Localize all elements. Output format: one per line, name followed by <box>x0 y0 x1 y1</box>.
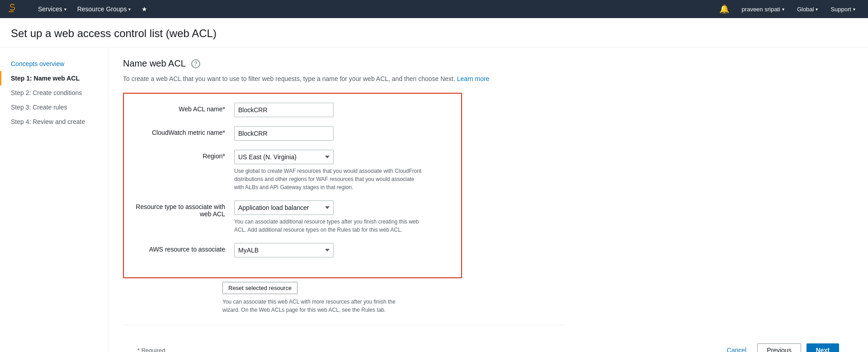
cloudwatch-metric-label: CloudWatch metric name* <box>135 126 234 136</box>
sidebar-item-step1[interactable]: Step 1: Name web ACL <box>0 71 108 86</box>
web-acl-name-label: Web ACL name* <box>135 103 234 113</box>
cloudwatch-metric-field <box>234 126 450 141</box>
form-container: Web ACL name* CloudWatch metric name* Re… <box>123 93 462 278</box>
resource-groups-chevron-icon: ▾ <box>128 7 131 12</box>
required-note: * Required <box>137 347 716 352</box>
resource-type-row: Resource type to associate with web ACL … <box>135 200 450 234</box>
bottom-bar: * Required Cancel Previous Next <box>123 336 854 352</box>
page-title: Set up a web access control list (web AC… <box>0 18 868 48</box>
next-button[interactable]: Next <box>807 343 839 352</box>
region-nav[interactable]: Global ▾ <box>792 0 824 18</box>
resource-type-select[interactable]: Application load balancer API Gateway Cl… <box>234 200 334 215</box>
cloudwatch-metric-row: CloudWatch metric name* <box>135 126 450 141</box>
svg-rect-0 <box>7 4 25 14</box>
sidebar: Concepts overview Step 1: Name web ACL S… <box>0 48 108 352</box>
services-nav[interactable]: Services ▾ <box>33 0 72 18</box>
bookmarks-nav[interactable]: ★ <box>136 0 153 18</box>
assoc-help-text: You can associate this web ACL with more… <box>222 298 412 314</box>
region-select[interactable]: US East (N. Virginia) Global US West (Or… <box>234 150 334 164</box>
user-chevron-icon: ▾ <box>782 7 784 12</box>
description-text: To create a web ACL that you want to use… <box>123 74 854 84</box>
web-acl-name-input[interactable] <box>234 103 334 117</box>
notifications-icon[interactable]: 🔔 <box>714 4 735 14</box>
sidebar-item-step3[interactable]: Step 3: Create rules <box>0 100 108 114</box>
aws-resource-row: AWS resource to associate MyALB MyALB2 <box>135 243 450 257</box>
aws-resource-label: AWS resource to associate <box>135 243 234 253</box>
cloudwatch-metric-input[interactable] <box>234 126 334 141</box>
resource-type-field: Application load balancer API Gateway Cl… <box>234 200 450 234</box>
sidebar-item-step4[interactable]: Step 4: Review and create <box>0 114 108 129</box>
top-nav: aws Services ▾ Resource Groups ▾ ★ 🔔 pra… <box>0 0 868 18</box>
section-title: Name web ACL ? <box>123 58 854 69</box>
web-acl-name-field <box>234 103 450 117</box>
region-chevron-icon: ▾ <box>816 7 818 12</box>
main-content: Name web ACL ? To create a web ACL that … <box>108 48 868 352</box>
sidebar-item-step2[interactable]: Step 2: Create conditions <box>0 86 108 100</box>
aws-resource-select[interactable]: MyALB MyALB2 <box>234 243 334 257</box>
region-help-text: Use global to create WAF resources that … <box>234 167 424 191</box>
resource-type-label: Resource type to associate with web ACL <box>135 200 234 218</box>
learn-more-link[interactable]: Learn more <box>457 75 490 82</box>
user-account-nav[interactable]: praveen sripati ▾ <box>736 0 790 18</box>
divider <box>123 325 566 325</box>
sidebar-item-concepts[interactable]: Concepts overview <box>0 57 108 71</box>
region-row: Region* US East (N. Virginia) Global US … <box>135 150 450 191</box>
reset-resource-button[interactable]: Reset selected resource <box>222 282 297 294</box>
web-acl-name-row: Web ACL name* <box>135 103 450 117</box>
resource-groups-nav[interactable]: Resource Groups ▾ <box>72 0 137 18</box>
aws-logo-icon: aws <box>7 4 25 14</box>
resource-type-help-text: You can associate additional resource ty… <box>234 218 424 234</box>
services-chevron-icon: ▾ <box>64 7 66 12</box>
cancel-button[interactable]: Cancel <box>722 344 752 352</box>
previous-button[interactable]: Previous <box>757 343 801 352</box>
region-label: Region* <box>135 150 234 160</box>
star-icon: ★ <box>142 5 147 13</box>
help-icon[interactable]: ? <box>191 59 200 68</box>
aws-resource-field: MyALB MyALB2 <box>234 243 450 257</box>
region-field: US East (N. Virginia) Global US West (Or… <box>234 150 450 191</box>
svg-text:aws: aws <box>9 10 14 13</box>
support-chevron-icon: ▾ <box>853 7 855 12</box>
support-nav[interactable]: Support ▾ <box>825 0 861 18</box>
